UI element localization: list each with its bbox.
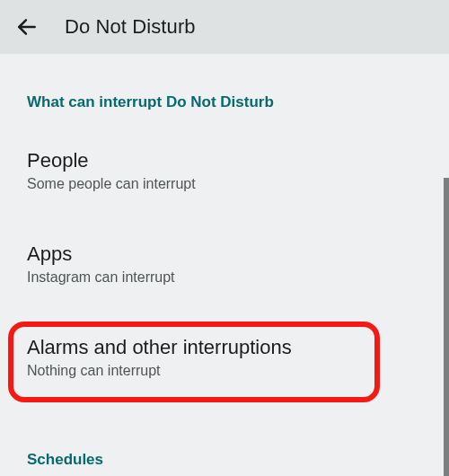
spacer	[27, 302, 422, 318]
arrow-back-icon	[15, 15, 39, 39]
back-button[interactable]	[14, 14, 40, 40]
spacer	[27, 208, 422, 225]
setting-alarms[interactable]: Alarms and other interruptions Nothing c…	[27, 318, 422, 395]
setting-title: Apps	[27, 242, 422, 266]
page-title: Do Not Disturb	[65, 15, 196, 39]
do-not-disturb-screen: Do Not Disturb What can interrupt Do Not…	[0, 0, 449, 476]
spacer	[27, 395, 422, 411]
setting-apps[interactable]: Apps Instagram can interrupt	[27, 225, 422, 302]
section-label-interrupt: What can interrupt Do Not Disturb	[27, 54, 422, 115]
setting-people[interactable]: People Some people can interrupt	[27, 131, 422, 208]
spacer	[27, 115, 422, 131]
app-bar: Do Not Disturb	[0, 0, 449, 54]
scroll-indicator	[444, 178, 449, 476]
setting-title: People	[27, 149, 422, 172]
setting-subtitle: Instagram can interrupt	[27, 269, 422, 286]
setting-subtitle: Some people can interrupt	[27, 176, 422, 192]
setting-subtitle: Nothing can interrupt	[27, 363, 422, 379]
section-label-schedules: Schedules	[27, 411, 422, 472]
setting-title: Alarms and other interruptions	[27, 336, 422, 359]
settings-content: What can interrupt Do Not Disturb People…	[0, 54, 449, 472]
